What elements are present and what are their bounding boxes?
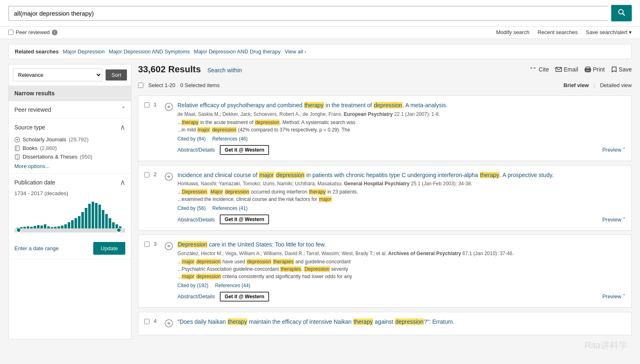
thesis-icon (14, 154, 20, 160)
result-3-content: Depression care in the United States: To… (177, 241, 626, 302)
result-3-title[interactable]: Depression care in the United States: To… (177, 241, 626, 249)
abstract-details-2[interactable]: Abstract/Details (177, 217, 215, 223)
references-3[interactable]: References (44) (215, 283, 250, 288)
result-4-icon (164, 319, 173, 329)
result-2-checkbox[interactable] (144, 172, 150, 177)
print-icon (585, 67, 591, 72)
search-input[interactable] (8, 6, 608, 21)
result-2-title[interactable]: Incidence and clinical course of major d… (177, 171, 626, 180)
svg-rect-24 (74, 218, 77, 228)
svg-rect-19 (58, 226, 60, 228)
view-options: Brief view | Detailed view (564, 82, 632, 88)
svg-rect-3 (15, 146, 19, 151)
svg-rect-11 (30, 227, 32, 228)
article-icon-4 (164, 319, 173, 328)
cited-by-3[interactable]: Cited by (192) (177, 283, 208, 288)
svg-rect-21 (64, 224, 67, 228)
related-search-major-depression[interactable]: Major Depression (63, 48, 105, 55)
result-4-checkbox[interactable] (144, 319, 150, 324)
info-icon[interactable]: i (52, 30, 58, 35)
search-button[interactable] (611, 5, 632, 21)
get-it-2[interactable]: Get it @ Western (220, 214, 269, 224)
article-icon-2 (164, 172, 173, 181)
filter-scholarly-journals[interactable]: Scholarly Journals (29,792) (14, 135, 125, 144)
book-icon (14, 145, 20, 151)
result-3-icon (164, 242, 173, 252)
svg-line-1 (623, 14, 625, 16)
references-2[interactable]: References (41) (212, 205, 248, 211)
svg-rect-31 (99, 205, 101, 228)
svg-rect-14 (40, 226, 43, 228)
cite-action[interactable]: " " Cite (530, 66, 549, 73)
peer-reviewed-checkbox[interactable] (8, 30, 14, 35)
preview-2[interactable]: Preview ˅ (602, 217, 626, 223)
narrow-results-header: Narrow results (9, 86, 131, 101)
email-action[interactable]: Email (555, 66, 578, 73)
references-1[interactable]: References (46) (212, 136, 248, 142)
related-searches-label: Related searches (15, 48, 59, 55)
svg-rect-8 (20, 227, 23, 228)
result-4-title[interactable]: "Does daily Naikan therapy maintain the … (177, 318, 626, 326)
save-action[interactable]: Save (611, 66, 632, 73)
result-4-content: "Does daily Naikan therapy maintain the … (177, 318, 626, 328)
result-3-actions: Abstract/Details Get it @ Western (177, 292, 269, 302)
date-range-label: 1734 - 2017 (decades) (14, 190, 125, 196)
main-layout: Relevance Date Newest Date Oldest Author… (0, 64, 640, 348)
result-1-bottom: Abstract/Details Get it @ Western Previe… (177, 145, 626, 155)
svg-rect-34 (109, 218, 111, 228)
source-type-toggle-icon: ∧ (120, 123, 125, 132)
brief-view-option[interactable]: Brief view (564, 82, 589, 88)
select-label: Select 1-20 (148, 82, 175, 88)
result-1-checkbox[interactable] (144, 102, 150, 108)
related-search-major-depression-drug-therapy[interactable]: Major Depression AND Drug therapy (194, 48, 281, 55)
result-3-checkbox[interactable] (144, 242, 150, 247)
results-toolbar: " " Cite Email (530, 66, 632, 73)
recent-searches-link[interactable]: Recent searches (538, 29, 578, 35)
result-2-icon (164, 172, 173, 182)
get-it-1[interactable]: Get it @ Western (220, 145, 269, 155)
save-icon (611, 67, 617, 72)
svg-rect-23 (71, 220, 74, 228)
svg-rect-36 (115, 224, 118, 228)
related-searches-view-all[interactable]: View all › (285, 48, 306, 55)
filter-books[interactable]: Books (2,860) (14, 144, 125, 152)
result-3-bottom: Abstract/Details Get it @ Western Previe… (177, 292, 626, 302)
more-options-link[interactable]: More options... (14, 163, 50, 169)
select-all-checkbox[interactable] (138, 83, 143, 88)
date-range-link[interactable]: Enter a date range (14, 245, 59, 251)
result-item-1: 1 Relative efficacy of psychotherapy and… (138, 95, 632, 161)
abstract-details-3[interactable]: Abstract/Details (177, 293, 215, 299)
publication-date-filter-header[interactable]: Publication date ∧ (14, 178, 125, 187)
result-1-icon (164, 102, 173, 113)
svg-rect-25 (78, 216, 81, 228)
save-search-alert-link[interactable]: Save search/alert ▾ (586, 29, 632, 35)
publication-date-toggle-icon: ∧ (120, 178, 125, 187)
result-item-4: 4 "Does daily Naikan therapy maintain th… (138, 312, 632, 335)
cited-by-2[interactable]: Cited by (56) (177, 205, 206, 211)
cited-by-1[interactable]: Cited by (84) (177, 136, 206, 142)
related-search-major-depression-symptoms[interactable]: Major Depression AND Symptoms (109, 48, 190, 55)
search-within-link[interactable]: Search within (207, 67, 242, 74)
abstract-details-1[interactable]: Abstract/Details (177, 147, 215, 153)
source-type-filter-header[interactable]: Source type ∧ (14, 123, 125, 132)
modify-search-link[interactable]: Modify search (496, 29, 529, 35)
svg-rect-33 (105, 214, 108, 228)
detailed-view-option[interactable]: Detailed view (600, 82, 632, 88)
print-action[interactable]: Print (585, 66, 605, 73)
preview-3[interactable]: Preview ˅ (602, 293, 626, 299)
peer-reviewed-filter: Peer reviewed ˅ (9, 101, 131, 119)
preview-1[interactable]: Preview ˅ (602, 147, 626, 153)
filter-dissertations[interactable]: Dissertations & Theses (950) (14, 152, 125, 161)
result-1-title[interactable]: Relative efficacy of psychotherapy and c… (177, 101, 626, 110)
peer-reviewed-label[interactable]: Peer reviewed i (8, 29, 58, 35)
journal-icon (14, 137, 20, 143)
result-1-actions: Abstract/Details Get it @ Western (177, 145, 269, 155)
sort-button[interactable]: Sort (106, 69, 127, 81)
sort-select[interactable]: Relevance Date Newest Date Oldest Author (13, 69, 102, 81)
svg-point-38 (16, 228, 21, 232)
related-searches: Related searches Major Depression Major … (8, 44, 632, 59)
result-2-links: Cited by (56) References (41) (177, 205, 626, 211)
get-it-3[interactable]: Get it @ Western (220, 292, 269, 302)
peer-reviewed-filter-header[interactable]: Peer reviewed ˅ (14, 105, 125, 114)
update-button[interactable]: Update (93, 242, 125, 255)
